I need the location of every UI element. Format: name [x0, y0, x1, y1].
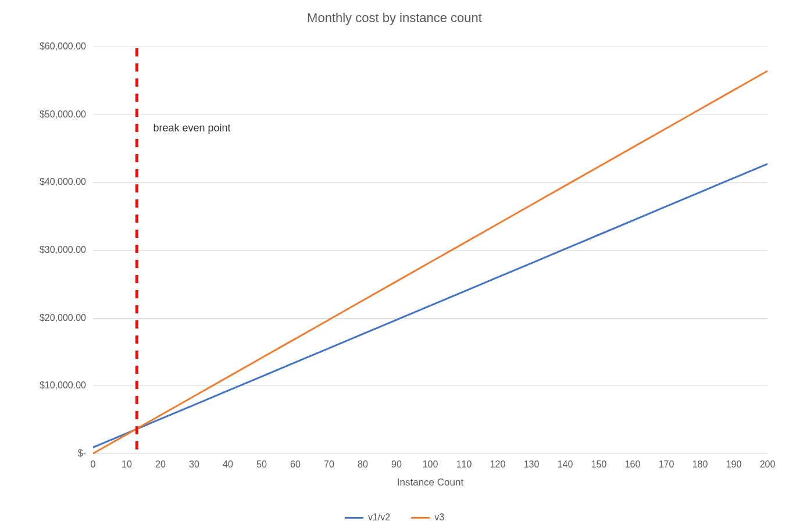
- legend-swatch: [345, 517, 363, 519]
- gridline: [93, 454, 767, 454]
- x-tick-label: 10: [115, 459, 138, 470]
- x-tick-label: 0: [81, 459, 105, 470]
- chart-title: Monthly cost by instance count: [0, 0, 789, 26]
- x-tick-label: 150: [587, 459, 611, 470]
- legend-item-v1v2: v1/v2: [345, 512, 390, 523]
- x-tick-label: 70: [317, 459, 341, 470]
- annotation-text: break even point: [153, 122, 230, 134]
- x-tick-label: 130: [520, 459, 543, 470]
- y-tick-label: $50,000.00: [0, 109, 86, 120]
- x-tick-label: 100: [419, 459, 442, 470]
- x-tick-label: 60: [284, 459, 307, 470]
- x-axis-label: Instance Count: [93, 477, 767, 488]
- x-tick-label: 40: [216, 459, 240, 470]
- x-tick-label: 80: [351, 459, 374, 470]
- x-tick-label: 190: [722, 459, 745, 470]
- chart-container: Monthly cost by instance count $-$10,000…: [0, 0, 789, 532]
- x-tick-label: 90: [385, 459, 408, 470]
- y-tick-label: $30,000.00: [0, 245, 86, 255]
- legend: v1/v2 v3: [0, 512, 789, 523]
- x-tick-label: 160: [621, 459, 644, 470]
- series-line-v1v2: [93, 164, 767, 448]
- legend-swatch: [411, 517, 430, 519]
- legend-label: v1/v2: [368, 512, 390, 523]
- legend-label: v3: [434, 512, 444, 523]
- plot-area: $-$10,000.00$20,000.00$30,000.00$40,000.…: [93, 47, 767, 454]
- x-tick-label: 180: [688, 459, 712, 470]
- y-tick-label: $-: [0, 448, 86, 459]
- x-tick-label: 200: [756, 459, 779, 470]
- x-tick-label: 110: [452, 459, 476, 470]
- x-tick-label: 120: [486, 459, 509, 470]
- y-tick-label: $20,000.00: [0, 313, 86, 323]
- y-tick-label: $40,000.00: [0, 177, 86, 187]
- x-tick-label: 50: [250, 459, 273, 470]
- y-tick-label: $10,000.00: [0, 380, 86, 391]
- x-tick-label: 20: [149, 459, 172, 470]
- x-tick-label: 140: [554, 459, 577, 470]
- x-tick-label: 30: [183, 459, 206, 470]
- legend-item-v3: v3: [411, 512, 444, 523]
- chart-svg: [93, 47, 767, 454]
- y-tick-label: $60,000.00: [0, 41, 86, 52]
- x-tick-label: 170: [655, 459, 678, 470]
